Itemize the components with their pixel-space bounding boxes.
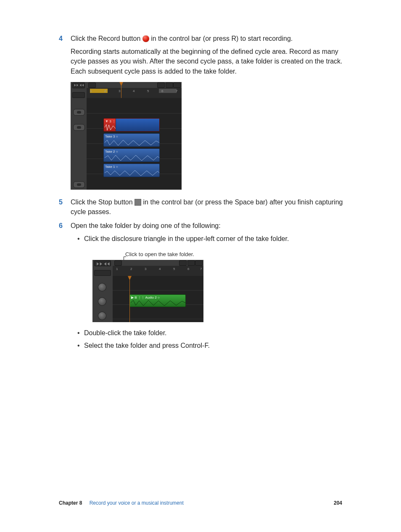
step-4-text-b: in the control bar (or press R) to start… (149, 35, 293, 42)
footer-page-number: 204 (334, 500, 342, 507)
track-slot-3 (73, 181, 85, 188)
bullet-double-click: Double-click the take folder. (77, 328, 355, 338)
timeline-ruler-2: 1 2 3 4 5 6 7 (113, 266, 203, 276)
ruler-tick-3: 3 (119, 89, 120, 94)
track-header-dropdown (72, 92, 85, 98)
ruler2-tick-1: 1 (116, 267, 118, 272)
step-6: 6 Open the take folder by doing one of t… (59, 221, 355, 350)
page-footer: Chapter 8 Record your voice or a musical… (59, 500, 342, 507)
ruler-tick-4: 4 (133, 89, 135, 94)
step-4-text-a: Click the Record button (71, 35, 142, 42)
footer-chapter-label: Chapter 8 (59, 500, 82, 506)
step-6-bullets: Click the disclosure triangle in the upp… (71, 234, 355, 350)
screenshot-take-folder-collapsed: 1 2 3 4 5 6 7 (92, 260, 203, 322)
take-1-region: Take 1 ○ (103, 164, 160, 177)
callout-text: Click to open the take folder. (125, 251, 194, 257)
track-slot-2 (73, 124, 85, 131)
track-header-dropdown-2 (94, 270, 111, 276)
pointer-tool-icon-2 (179, 260, 187, 266)
ruler-tick-1: 1 (90, 89, 92, 94)
footer-chapter-title: Record your voice or a musical instrumen… (90, 500, 184, 506)
collapsed-take-folder-region: ▶ B ⋮⋮ Audio 2 ○ (129, 294, 186, 307)
ruler2-tick-4: 4 (159, 267, 161, 272)
scissors-tool-icon (166, 82, 173, 88)
ruler-tick-2: 2 (104, 89, 106, 94)
stop-icon (135, 199, 141, 206)
step-5-text-a: Click the Stop button (71, 199, 135, 206)
bullet-control-f: Select the take folder and press Control… (77, 341, 355, 350)
take-folder-label: ▼ 3 ⋮⋮ Audio 2: Audio 2 ○ (105, 119, 147, 124)
track-header-column-2 (92, 260, 113, 322)
screenshot-take-folder-expanded: 1 2 3 4 5 6 7 ▼ 3 ⋮⋮ (71, 82, 182, 190)
step-4-paragraph: Recording starts automatically at the be… (71, 47, 355, 76)
bullet-double-click-text: Double-click the take folder. (84, 329, 167, 336)
step-5: 5 Click the Stop button in the control b… (59, 197, 355, 217)
track-knob-3 (98, 312, 106, 320)
take-3-label: Take 3 ○ (105, 134, 118, 139)
ruler-tick-7: 7 (176, 89, 177, 94)
step-5-number: 5 (59, 197, 63, 207)
tracks-area-2: ▶ B ⋮⋮ Audio 2 ○ (113, 276, 203, 322)
transport-icon-2 (94, 260, 111, 266)
take-2-region: Take 2 ○ (103, 148, 160, 162)
tool-dropdown-icon-2 (195, 260, 203, 266)
take-3-region: Take 3 ○ (103, 133, 160, 147)
bullet-disclosure: Click the disclosure triangle in the upp… (77, 234, 355, 322)
bullet-control-f-text: Select the take folder and press Control… (84, 342, 210, 349)
ruler-tick-5: 5 (147, 89, 149, 94)
pointer-tool-icon (157, 82, 165, 88)
ruler2-tick-2: 2 (130, 267, 132, 272)
playhead-2 (129, 276, 130, 322)
ruler2-tick-6: 6 (187, 267, 189, 272)
ruler2-tick-3: 3 (145, 267, 146, 272)
record-icon (142, 35, 149, 42)
timeline-ruler: 1 2 3 4 5 6 7 (87, 88, 182, 98)
track-header-column (71, 82, 87, 190)
instruction-steps: 4 Click the Record button in the control… (59, 34, 355, 350)
track-knob-2 (98, 298, 106, 305)
tool-dropdown-icon (173, 82, 181, 88)
take-2-label: Take 2 ○ (105, 149, 118, 154)
tool-button (88, 82, 96, 88)
callout: Click to open the take folder. (125, 251, 355, 259)
ruler2-tick-5: 5 (173, 267, 175, 272)
bullet-disclosure-text: Click the disclosure triangle in the upp… (84, 235, 289, 242)
track-knob-1 (98, 283, 106, 291)
step-6-number: 6 (59, 221, 63, 230)
step-6-text: Open the take folder by doing one of the… (71, 222, 221, 229)
ruler-tick-6: 6 (161, 89, 163, 94)
scissors-tool-icon-2 (187, 260, 195, 266)
transport-icon (72, 82, 85, 88)
toolbar (87, 82, 182, 88)
take-folder-region: ▼ 3 ⋮⋮ Audio 2: Audio 2 ○ (103, 118, 160, 132)
step-4: 4 Click the Record button in the control… (59, 34, 355, 190)
tracks-area: ▼ 3 ⋮⋮ Audio 2: Audio 2 ○ Take 3 ○ (87, 98, 182, 190)
ruler2-tick-7: 7 (200, 267, 202, 272)
track-slot-1 (73, 109, 85, 116)
toolbar-2 (113, 260, 203, 266)
step-4-number: 4 (59, 34, 63, 43)
tool-button-2 (114, 260, 122, 266)
take-1-label: Take 1 ○ (105, 164, 118, 169)
